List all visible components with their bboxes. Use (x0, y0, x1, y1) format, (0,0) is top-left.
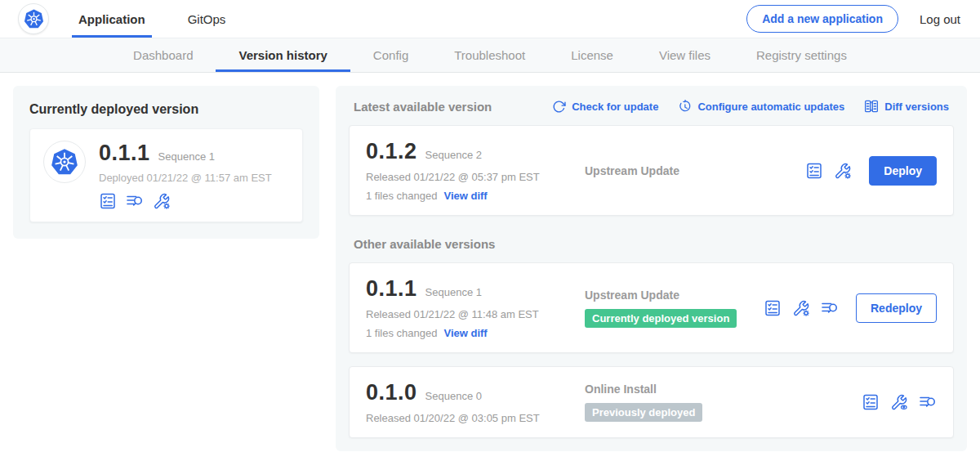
kubernetes-logo (18, 3, 49, 34)
version-number: 0.1.2 (366, 139, 417, 164)
view-diff-link[interactable]: View diff (443, 190, 487, 202)
deploy-button[interactable]: Deploy (869, 156, 937, 186)
source-label: Upstream Update (585, 164, 805, 177)
edit-config-icon[interactable] (792, 299, 810, 317)
kubernetes-logo-icon (23, 8, 45, 30)
sequence-label: Sequence 0 (425, 390, 482, 402)
view-config-icon[interactable] (890, 393, 908, 411)
released-timestamp: Released 01/21/22 @ 05:37 pm EST (366, 171, 572, 183)
version-number: 0.1.0 (366, 380, 417, 405)
deployed-card-title: Currently deployed version (29, 102, 303, 117)
preflight-results-icon[interactable] (126, 192, 144, 210)
deployed-sequence-label: Sequence 1 (158, 150, 215, 163)
main-content: Currently deployed version (0, 73, 980, 461)
preflight-results-icon[interactable] (919, 393, 937, 411)
edit-config-icon[interactable] (834, 162, 852, 180)
redeploy-button[interactable]: Redeploy (856, 293, 937, 323)
version-source: Online Install Previously deployed (572, 383, 862, 422)
version-actions-cell: Deploy (805, 156, 937, 186)
diff-versions-link[interactable]: Diff versions (864, 99, 949, 114)
latest-version-header: Latest available version Check for updat… (349, 97, 954, 114)
configure-automatic-updates-label: Configure automatic updates (697, 101, 844, 113)
top-nav-bar: Application GitOps Add a new application… (0, 0, 980, 38)
subnav-tab-license[interactable]: License (548, 38, 636, 72)
currently-deployed-badge: Currently deployed version (585, 309, 737, 328)
deployed-info: 0.1.1 Sequence 1 Deployed 01/21/22 @ 11:… (99, 141, 272, 210)
released-timestamp: Released 01/21/22 @ 11:48 am EST (366, 308, 572, 320)
subnav-tab-version-history[interactable]: Version history (216, 38, 350, 72)
check-for-update-link[interactable]: Check for update (552, 100, 658, 114)
app-logo (43, 141, 86, 183)
source-label: Online Install (585, 383, 862, 396)
refresh-icon (552, 100, 566, 114)
version-history-panel: Latest available version Check for updat… (336, 86, 967, 451)
version-info: 0.1.2 Sequence 2 Released 01/21/22 @ 05:… (366, 139, 572, 202)
tab-gitops[interactable]: GitOps (181, 0, 233, 38)
subnav-tab-troubleshoot[interactable]: Troubleshoot (431, 38, 548, 72)
version-source: Upstream Update Currently deployed versi… (572, 289, 764, 328)
subnav-tab-config[interactable]: Config (350, 38, 431, 72)
subnav-tab-view-files[interactable]: View files (636, 38, 733, 72)
version-info: 0.1.0 Sequence 0 Released 01/20/22 @ 03:… (366, 380, 572, 424)
release-notes-icon[interactable] (805, 162, 823, 180)
deployed-timestamp: Deployed 01/21/22 @ 11:57 am EST (99, 172, 272, 184)
version-actions: Check for update Configure automatic upd… (552, 99, 949, 114)
sequence-label: Sequence 2 (425, 149, 482, 161)
diff-icon (864, 99, 879, 114)
sequence-label: Sequence 1 (425, 286, 482, 298)
release-notes-icon[interactable] (862, 393, 880, 411)
release-notes-icon[interactable] (764, 299, 782, 317)
released-timestamp: Released 01/20/22 @ 03:05 pm EST (366, 412, 572, 424)
add-new-application-button[interactable]: Add a new application (746, 5, 898, 33)
version-actions-cell: Redeploy (764, 293, 937, 323)
tab-application[interactable]: Application (72, 0, 152, 38)
deployed-version-tile: 0.1.1 Sequence 1 Deployed 01/21/22 @ 11:… (29, 128, 303, 222)
previously-deployed-badge: Previously deployed (585, 403, 702, 422)
other-versions-title: Other available versions (354, 237, 949, 251)
source-label: Upstream Update (585, 289, 764, 302)
edit-config-icon[interactable] (153, 192, 171, 210)
clock-refresh-icon (678, 100, 692, 114)
version-number: 0.1.1 (366, 276, 417, 302)
subnav-tab-dashboard[interactable]: Dashboard (110, 38, 216, 72)
files-changed-label: 1 files changed (366, 190, 437, 202)
version-row-0-1-2: 0.1.2 Sequence 2 Released 01/21/22 @ 05:… (349, 125, 954, 216)
version-row-0-1-1: 0.1.1 Sequence 1 Released 01/21/22 @ 11:… (349, 262, 954, 353)
deployed-version-number: 0.1.1 (99, 141, 150, 166)
app-subnav: Dashboard Version history Config Trouble… (0, 38, 980, 73)
configure-automatic-updates-link[interactable]: Configure automatic updates (678, 100, 844, 114)
view-diff-link[interactable]: View diff (443, 327, 487, 339)
preflight-results-icon[interactable] (821, 299, 839, 317)
files-changed-label: 1 files changed (366, 327, 437, 339)
diff-versions-label: Diff versions (884, 101, 949, 113)
version-row-0-1-0: 0.1.0 Sequence 0 Released 01/20/22 @ 03:… (349, 366, 954, 438)
release-notes-icon[interactable] (99, 192, 117, 210)
logout-button[interactable]: Log out (920, 12, 960, 26)
top-tabs: Application GitOps (72, 0, 232, 38)
currently-deployed-card: Currently deployed version (13, 86, 319, 239)
kots-admin-page: Application GitOps Add a new application… (0, 0, 980, 461)
kubernetes-app-icon (50, 147, 79, 177)
version-source: Upstream Update (572, 164, 805, 177)
subnav-tab-registry-settings[interactable]: Registry settings (733, 38, 870, 72)
version-actions-cell (862, 393, 937, 411)
topbar-right: Add a new application Log out (746, 0, 960, 38)
latest-version-title: Latest available version (354, 100, 492, 114)
version-info: 0.1.1 Sequence 1 Released 01/21/22 @ 11:… (366, 276, 572, 339)
deployed-action-icons (99, 192, 272, 210)
check-for-update-label: Check for update (572, 101, 658, 113)
